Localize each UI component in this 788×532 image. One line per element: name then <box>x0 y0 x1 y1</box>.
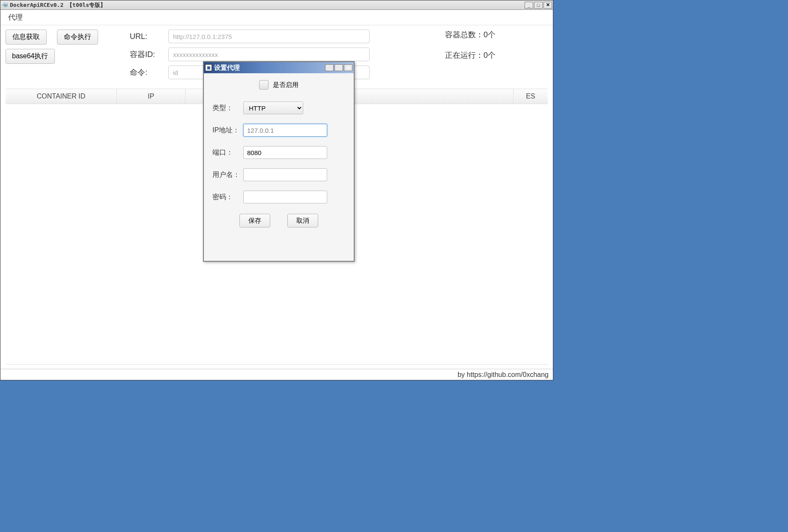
proxy-ip-label: IP地址： <box>212 126 243 135</box>
th-container-id: CONTAINER ID <box>6 89 117 104</box>
dialog-titlebar: ▣ 设置代理 _ □ ✕ <box>204 62 354 73</box>
th-ip: IP <box>117 89 185 104</box>
proxy-save-button[interactable]: 保存 <box>239 214 270 227</box>
app-icon: 🐳 <box>1 2 8 9</box>
proxy-type-select[interactable]: HTTP <box>243 102 303 114</box>
container-id-input[interactable] <box>168 48 370 61</box>
proxy-dialog: ▣ 设置代理 _ □ ✕ 是否启用 类型： HTTP IP地址： 端口： 用户名… <box>203 61 355 262</box>
proxy-user-input[interactable] <box>243 168 327 181</box>
close-button[interactable]: ✕ <box>543 2 552 9</box>
th-es: ES <box>513 89 548 104</box>
dialog-maximize-button[interactable]: □ <box>334 64 343 71</box>
statusbar: by https://github.com/0xchang <box>0 369 553 380</box>
base64-exec-button[interactable]: base64执行 <box>6 49 55 64</box>
command-label: 命令: <box>130 67 168 78</box>
window-title: DockerApiRCEv0.2 【t00ls专版】 <box>10 1 525 9</box>
minimize-button[interactable]: _ <box>525 2 533 9</box>
enable-proxy-label: 是否启用 <box>273 81 298 89</box>
proxy-cancel-button[interactable]: 取消 <box>287 214 318 227</box>
dialog-minimize-button[interactable]: _ <box>325 64 334 71</box>
exec-cmd-button[interactable]: 命令执行 <box>57 30 98 45</box>
stats-panel: 容器总数：0个 正在运行：0个 <box>445 30 548 71</box>
proxy-port-input[interactable] <box>243 146 327 159</box>
proxy-pass-input[interactable] <box>243 191 327 203</box>
maximize-button[interactable]: □ <box>534 2 543 9</box>
info-fetch-button[interactable]: 信息获取 <box>6 30 47 45</box>
dialog-title: 设置代理 <box>214 64 325 72</box>
url-input[interactable] <box>168 30 370 43</box>
dialog-icon: ▣ <box>205 64 212 71</box>
dialog-close-button[interactable]: ✕ <box>344 64 352 71</box>
proxy-pass-label: 密码： <box>212 193 243 202</box>
proxy-type-label: 类型： <box>212 104 243 113</box>
menubar: 代理 <box>0 10 553 25</box>
footer-credit: by https://github.com/0xchang <box>457 371 549 379</box>
main-titlebar: 🐳 DockerApiRCEv0.2 【t00ls专版】 _ □ ✕ <box>0 0 553 10</box>
running-containers: 正在运行：0个 <box>445 50 548 60</box>
url-label: URL: <box>130 32 168 41</box>
menu-proxy[interactable]: 代理 <box>5 11 26 24</box>
proxy-port-label: 端口： <box>212 148 243 157</box>
container-id-label: 容器ID: <box>130 49 168 60</box>
total-containers: 容器总数：0个 <box>445 30 548 40</box>
proxy-user-label: 用户名： <box>212 170 243 179</box>
enable-proxy-checkbox[interactable] <box>259 80 269 90</box>
proxy-ip-input[interactable] <box>243 124 327 137</box>
